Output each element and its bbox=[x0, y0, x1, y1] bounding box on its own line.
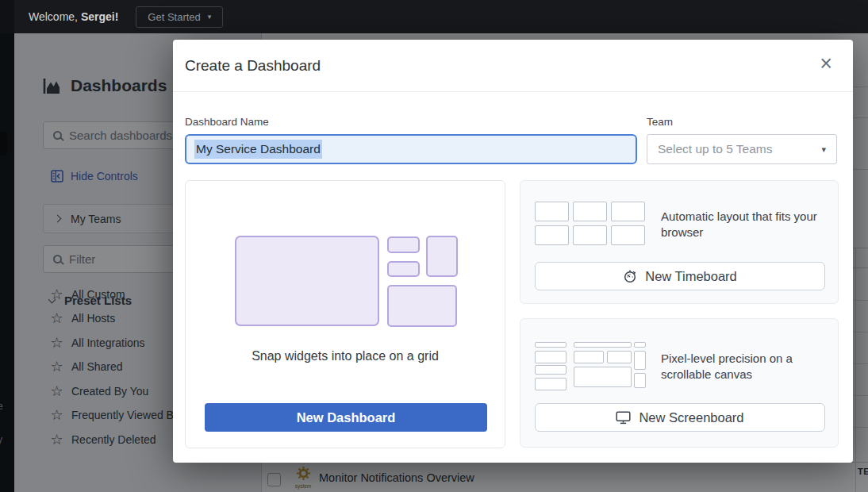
widget-placeholder bbox=[574, 342, 632, 348]
grid-dashboard-card: Snap widgets into place on a grid New Da… bbox=[185, 180, 505, 448]
widget-placeholder bbox=[634, 342, 646, 348]
timeboard-card: Automatic layout that fits your browser … bbox=[520, 180, 839, 304]
timeboard-card-caption: Automatic layout that fits your browser bbox=[661, 209, 832, 240]
dashboard-name-label: Dashboard Name bbox=[185, 116, 269, 128]
widget-placeholder bbox=[573, 202, 607, 221]
team-label: Team bbox=[647, 116, 673, 128]
screenboard-card: Pixel-level precision on a scrollable ca… bbox=[520, 318, 839, 448]
topbar: Welcome, Sergei! Get Started ▾ bbox=[0, 0, 868, 33]
new-dashboard-button[interactable]: New Dashboard bbox=[205, 403, 487, 432]
welcome-message: Welcome, Sergei! bbox=[29, 10, 118, 23]
widget-placeholder bbox=[535, 378, 567, 390]
dashboard-name-input[interactable]: My Service Dashboard bbox=[185, 134, 637, 164]
create-dashboard-modal: Create a Dashboard × Dashboard Name My S… bbox=[173, 40, 853, 463]
team-select-placeholder: Select up to 5 Teams bbox=[658, 142, 772, 156]
get-started-label: Get Started bbox=[148, 11, 200, 23]
chevron-down-icon: ▾ bbox=[821, 144, 826, 155]
get-started-button[interactable]: Get Started ▾ bbox=[136, 6, 223, 28]
modal-header: Create a Dashboard × bbox=[173, 40, 853, 92]
new-timeboard-label: New Timeboard bbox=[645, 269, 737, 284]
screenboard-monitor-icon bbox=[616, 411, 631, 425]
new-timeboard-button[interactable]: New Timeboard bbox=[535, 262, 825, 290]
widget-placeholder bbox=[535, 225, 569, 245]
widget-placeholder bbox=[387, 236, 420, 253]
dashboard-name-value: My Service Dashboard bbox=[194, 140, 322, 159]
grid-card-caption: Snap widgets into place on a grid bbox=[186, 349, 505, 363]
widget-placeholder bbox=[535, 351, 567, 363]
widget-placeholder bbox=[634, 373, 646, 388]
widget-placeholder bbox=[607, 351, 632, 363]
screenboard-card-caption: Pixel-level precision on a scrollable ca… bbox=[661, 351, 832, 382]
widget-placeholder bbox=[535, 202, 569, 221]
widget-placeholder bbox=[611, 202, 645, 221]
widget-placeholder bbox=[574, 367, 632, 387]
widget-placeholder bbox=[426, 236, 458, 277]
widget-placeholder bbox=[573, 225, 607, 245]
grid-layout-illustration bbox=[235, 236, 506, 327]
modal-title: Create a Dashboard bbox=[185, 57, 321, 75]
timeboard-illustration bbox=[535, 202, 647, 245]
team-select[interactable]: Select up to 5 Teams ▾ bbox=[647, 134, 837, 164]
timeboard-clock-icon bbox=[623, 269, 637, 283]
new-screenboard-label: New Screenboard bbox=[639, 410, 743, 425]
widget-placeholder bbox=[387, 285, 457, 327]
widget-placeholder bbox=[235, 236, 379, 326]
welcome-username: Sergei! bbox=[81, 10, 118, 23]
new-screenboard-button[interactable]: New Screenboard bbox=[535, 403, 825, 432]
chevron-down-icon: ▾ bbox=[208, 13, 212, 21]
widget-placeholder bbox=[574, 351, 604, 363]
widget-placeholder bbox=[611, 225, 645, 245]
widget-placeholder bbox=[535, 342, 567, 348]
widget-placeholder bbox=[535, 365, 567, 375]
widget-placeholder bbox=[387, 261, 420, 277]
widget-placeholder bbox=[634, 351, 646, 370]
welcome-prefix: Welcome, bbox=[29, 10, 78, 23]
screenboard-illustration bbox=[535, 342, 647, 390]
close-icon[interactable]: × bbox=[820, 53, 832, 75]
